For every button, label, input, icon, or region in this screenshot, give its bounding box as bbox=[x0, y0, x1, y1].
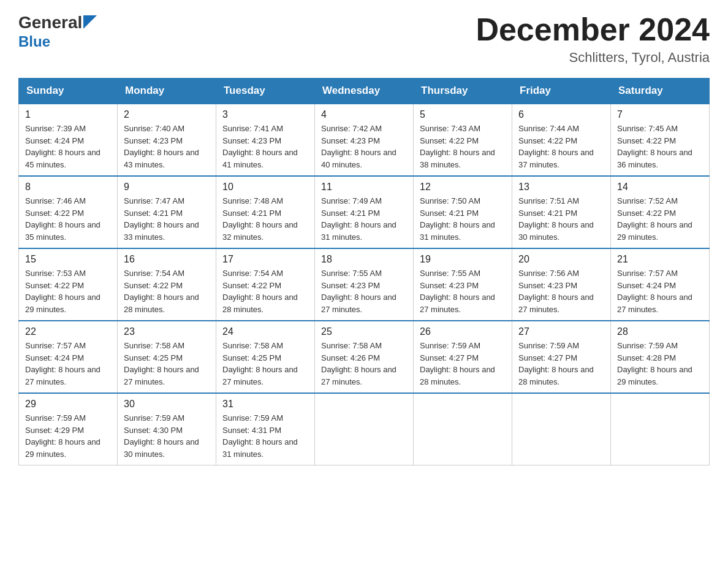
col-monday: Monday bbox=[118, 79, 216, 104]
day-info: Sunrise: 7:54 AM Sunset: 4:22 PM Dayligh… bbox=[124, 267, 210, 315]
month-title: December 2024 bbox=[476, 12, 710, 47]
day-info: Sunrise: 7:51 AM Sunset: 4:21 PM Dayligh… bbox=[518, 195, 604, 243]
day-number: 15 bbox=[25, 254, 111, 265]
calendar-cell: 29 Sunrise: 7:59 AM Sunset: 4:29 PM Dayl… bbox=[19, 393, 118, 465]
calendar-cell: 14 Sunrise: 7:52 AM Sunset: 4:22 PM Dayl… bbox=[611, 176, 710, 248]
calendar-cell: 16 Sunrise: 7:54 AM Sunset: 4:22 PM Dayl… bbox=[118, 248, 216, 321]
calendar-cell: 25 Sunrise: 7:58 AM Sunset: 4:26 PM Dayl… bbox=[315, 321, 414, 393]
day-info: Sunrise: 7:56 AM Sunset: 4:23 PM Dayligh… bbox=[518, 267, 604, 315]
col-saturday: Saturday bbox=[611, 79, 710, 104]
day-info: Sunrise: 7:59 AM Sunset: 4:30 PM Dayligh… bbox=[124, 412, 210, 460]
day-number: 30 bbox=[124, 399, 210, 410]
day-info: Sunrise: 7:58 AM Sunset: 4:25 PM Dayligh… bbox=[222, 340, 308, 388]
calendar-cell: 13 Sunrise: 7:51 AM Sunset: 4:21 PM Dayl… bbox=[512, 176, 611, 248]
calendar-week-4: 22 Sunrise: 7:57 AM Sunset: 4:24 PM Dayl… bbox=[19, 321, 710, 393]
calendar-cell: 26 Sunrise: 7:59 AM Sunset: 4:27 PM Dayl… bbox=[414, 321, 512, 393]
day-info: Sunrise: 7:57 AM Sunset: 4:24 PM Dayligh… bbox=[617, 267, 703, 315]
day-number: 3 bbox=[222, 109, 308, 120]
day-number: 19 bbox=[420, 254, 506, 265]
logo-blue-text: Blue bbox=[18, 33, 97, 51]
day-number: 11 bbox=[321, 182, 407, 193]
calendar-cell bbox=[315, 393, 414, 465]
day-number: 16 bbox=[124, 254, 210, 265]
day-number: 4 bbox=[321, 109, 407, 120]
day-info: Sunrise: 7:47 AM Sunset: 4:21 PM Dayligh… bbox=[124, 195, 210, 243]
calendar-cell: 12 Sunrise: 7:50 AM Sunset: 4:21 PM Dayl… bbox=[414, 176, 512, 248]
calendar-week-1: 1 Sunrise: 7:39 AM Sunset: 4:24 PM Dayli… bbox=[19, 104, 710, 176]
logo-general-text: General bbox=[18, 12, 82, 33]
day-number: 21 bbox=[617, 254, 703, 265]
day-number: 20 bbox=[518, 254, 604, 265]
calendar-cell bbox=[512, 393, 611, 465]
day-number: 31 bbox=[222, 399, 308, 410]
calendar-cell: 2 Sunrise: 7:40 AM Sunset: 4:23 PM Dayli… bbox=[118, 104, 216, 176]
calendar-cell: 30 Sunrise: 7:59 AM Sunset: 4:30 PM Dayl… bbox=[118, 393, 216, 465]
day-number: 6 bbox=[518, 109, 604, 120]
day-number: 7 bbox=[617, 109, 703, 120]
calendar-cell: 23 Sunrise: 7:58 AM Sunset: 4:25 PM Dayl… bbox=[118, 321, 216, 393]
title-section: December 2024 Schlitters, Tyrol, Austria bbox=[476, 12, 710, 66]
calendar-week-3: 15 Sunrise: 7:53 AM Sunset: 4:22 PM Dayl… bbox=[19, 248, 710, 321]
calendar-week-2: 8 Sunrise: 7:46 AM Sunset: 4:22 PM Dayli… bbox=[19, 176, 710, 248]
calendar-cell: 28 Sunrise: 7:59 AM Sunset: 4:28 PM Dayl… bbox=[611, 321, 710, 393]
day-number: 23 bbox=[124, 326, 210, 337]
day-info: Sunrise: 7:43 AM Sunset: 4:22 PM Dayligh… bbox=[420, 123, 506, 170]
logo-triangle-icon bbox=[83, 15, 97, 29]
calendar-cell: 3 Sunrise: 7:41 AM Sunset: 4:23 PM Dayli… bbox=[216, 104, 315, 176]
calendar-cell: 31 Sunrise: 7:59 AM Sunset: 4:31 PM Dayl… bbox=[216, 393, 315, 465]
day-info: Sunrise: 7:48 AM Sunset: 4:21 PM Dayligh… bbox=[222, 195, 308, 243]
col-sunday: Sunday bbox=[19, 79, 118, 104]
calendar-cell: 4 Sunrise: 7:42 AM Sunset: 4:23 PM Dayli… bbox=[315, 104, 414, 176]
day-info: Sunrise: 7:58 AM Sunset: 4:25 PM Dayligh… bbox=[124, 340, 210, 388]
calendar-cell: 9 Sunrise: 7:47 AM Sunset: 4:21 PM Dayli… bbox=[118, 176, 216, 248]
day-number: 25 bbox=[321, 326, 407, 337]
calendar-cell: 10 Sunrise: 7:48 AM Sunset: 4:21 PM Dayl… bbox=[216, 176, 315, 248]
day-info: Sunrise: 7:59 AM Sunset: 4:28 PM Dayligh… bbox=[617, 340, 703, 388]
day-info: Sunrise: 7:46 AM Sunset: 4:22 PM Dayligh… bbox=[25, 195, 111, 243]
col-tuesday: Tuesday bbox=[216, 79, 315, 104]
calendar-cell: 19 Sunrise: 7:55 AM Sunset: 4:23 PM Dayl… bbox=[414, 248, 512, 321]
day-info: Sunrise: 7:49 AM Sunset: 4:21 PM Dayligh… bbox=[321, 195, 407, 243]
day-info: Sunrise: 7:41 AM Sunset: 4:23 PM Dayligh… bbox=[222, 123, 308, 170]
day-info: Sunrise: 7:55 AM Sunset: 4:23 PM Dayligh… bbox=[420, 267, 506, 315]
day-number: 14 bbox=[617, 182, 703, 193]
day-number: 1 bbox=[25, 109, 111, 120]
calendar-cell bbox=[414, 393, 512, 465]
day-info: Sunrise: 7:59 AM Sunset: 4:27 PM Dayligh… bbox=[420, 340, 506, 388]
col-wednesday: Wednesday bbox=[315, 79, 414, 104]
day-info: Sunrise: 7:44 AM Sunset: 4:22 PM Dayligh… bbox=[518, 123, 604, 170]
day-info: Sunrise: 7:55 AM Sunset: 4:23 PM Dayligh… bbox=[321, 267, 407, 315]
calendar-cell: 1 Sunrise: 7:39 AM Sunset: 4:24 PM Dayli… bbox=[19, 104, 118, 176]
calendar-cell bbox=[611, 393, 710, 465]
day-info: Sunrise: 7:58 AM Sunset: 4:26 PM Dayligh… bbox=[321, 340, 407, 388]
calendar-cell: 21 Sunrise: 7:57 AM Sunset: 4:24 PM Dayl… bbox=[611, 248, 710, 321]
day-number: 2 bbox=[124, 109, 210, 120]
calendar-cell: 22 Sunrise: 7:57 AM Sunset: 4:24 PM Dayl… bbox=[19, 321, 118, 393]
day-info: Sunrise: 7:42 AM Sunset: 4:23 PM Dayligh… bbox=[321, 123, 407, 170]
calendar-cell: 27 Sunrise: 7:59 AM Sunset: 4:27 PM Dayl… bbox=[512, 321, 611, 393]
calendar-cell: 24 Sunrise: 7:58 AM Sunset: 4:25 PM Dayl… bbox=[216, 321, 315, 393]
calendar-cell: 11 Sunrise: 7:49 AM Sunset: 4:21 PM Dayl… bbox=[315, 176, 414, 248]
day-info: Sunrise: 7:52 AM Sunset: 4:22 PM Dayligh… bbox=[617, 195, 703, 243]
day-info: Sunrise: 7:59 AM Sunset: 4:29 PM Dayligh… bbox=[25, 412, 111, 460]
day-info: Sunrise: 7:53 AM Sunset: 4:22 PM Dayligh… bbox=[25, 267, 111, 315]
day-number: 22 bbox=[25, 326, 111, 337]
calendar-header-row: Sunday Monday Tuesday Wednesday Thursday… bbox=[19, 79, 710, 104]
day-number: 12 bbox=[420, 182, 506, 193]
day-number: 24 bbox=[222, 326, 308, 337]
day-number: 5 bbox=[420, 109, 506, 120]
day-number: 8 bbox=[25, 182, 111, 193]
calendar-cell: 15 Sunrise: 7:53 AM Sunset: 4:22 PM Dayl… bbox=[19, 248, 118, 321]
day-number: 28 bbox=[617, 326, 703, 337]
svg-marker-0 bbox=[83, 15, 97, 29]
calendar-cell: 8 Sunrise: 7:46 AM Sunset: 4:22 PM Dayli… bbox=[19, 176, 118, 248]
day-number: 27 bbox=[518, 326, 604, 337]
day-info: Sunrise: 7:45 AM Sunset: 4:22 PM Dayligh… bbox=[617, 123, 703, 170]
day-info: Sunrise: 7:59 AM Sunset: 4:31 PM Dayligh… bbox=[222, 412, 308, 460]
day-number: 17 bbox=[222, 254, 308, 265]
day-number: 18 bbox=[321, 254, 407, 265]
day-info: Sunrise: 7:50 AM Sunset: 4:21 PM Dayligh… bbox=[420, 195, 506, 243]
day-info: Sunrise: 7:54 AM Sunset: 4:22 PM Dayligh… bbox=[222, 267, 308, 315]
day-number: 9 bbox=[124, 182, 210, 193]
day-info: Sunrise: 7:59 AM Sunset: 4:27 PM Dayligh… bbox=[518, 340, 604, 388]
